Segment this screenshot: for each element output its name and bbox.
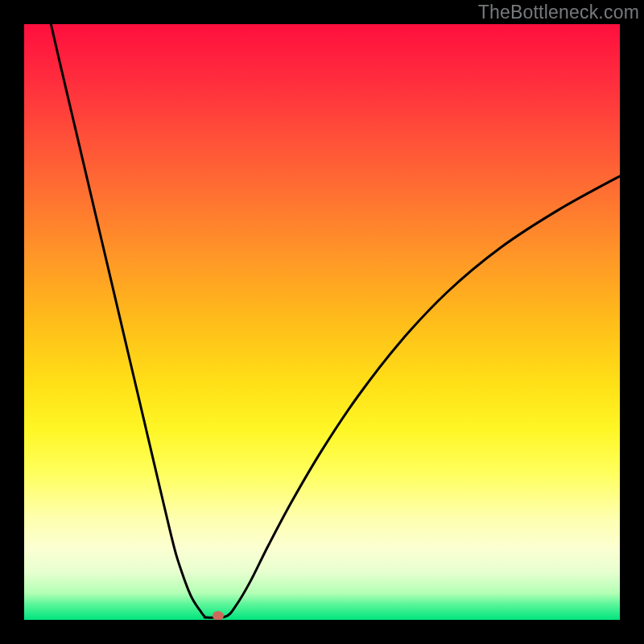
curve-layer <box>24 24 620 620</box>
watermark-text: TheBottleneck.com <box>478 2 639 23</box>
minimum-marker <box>213 611 224 620</box>
plot-area <box>24 24 620 620</box>
chart-frame: TheBottleneck.com <box>0 0 644 644</box>
bottleneck-curve <box>51 24 620 617</box>
